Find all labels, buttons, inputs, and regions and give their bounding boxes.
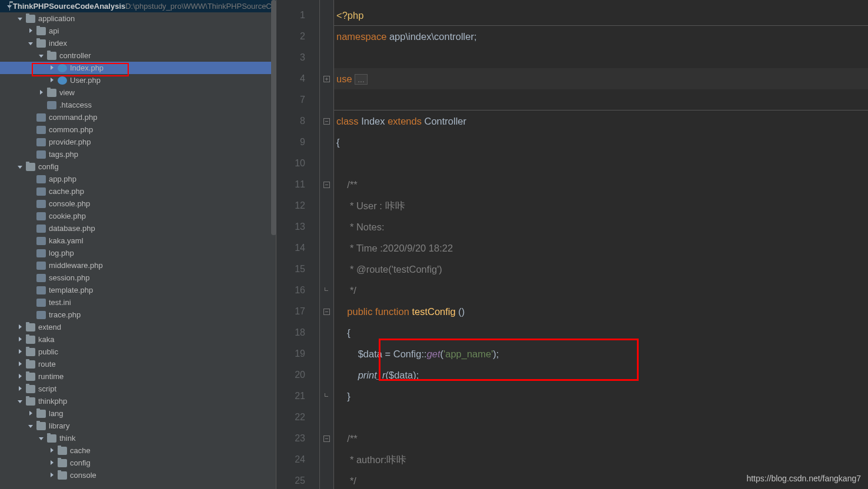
tree-item[interactable]: runtime — [0, 370, 276, 383]
tree-item[interactable]: database.php — [0, 222, 276, 235]
tree-label: console.php — [49, 199, 90, 208]
chevron-icon — [28, 41, 34, 46]
tree-item[interactable]: tags.php — [0, 148, 276, 160]
code-line: namespace app\index\controller; — [334, 26, 868, 47]
tree-item[interactable]: lang — [0, 407, 276, 420]
tree-item[interactable]: console — [0, 469, 276, 481]
folder-icon — [26, 15, 35, 23]
tree-item[interactable]: trace.php — [0, 309, 276, 321]
tree-item[interactable]: view — [0, 86, 276, 99]
line-number: 10 — [276, 153, 319, 174]
php-file-icon — [36, 175, 46, 183]
tree-item[interactable]: cookie.php — [0, 210, 276, 222]
tree-item[interactable]: ThinkPHPSourceCodeAnalysis D:\phpstudy_p… — [0, 0, 276, 12]
tree-item[interactable]: kaka.yaml — [0, 235, 276, 247]
tree-item[interactable]: .htaccess — [0, 99, 276, 111]
tree-item[interactable]: app.php — [0, 173, 276, 185]
folder-icon — [36, 422, 46, 430]
tree-item[interactable]: cache.php — [0, 185, 276, 197]
tree-label: User.php — [70, 76, 101, 85]
chevron-icon — [39, 90, 45, 96]
fold-icon[interactable] — [323, 182, 330, 188]
tree-item[interactable]: application — [0, 12, 276, 25]
fold-icon[interactable] — [323, 118, 330, 125]
tree-item[interactable]: config — [0, 160, 276, 173]
chevron-icon — [28, 423, 34, 429]
tree-item[interactable]: session.php — [0, 272, 276, 284]
line-number: 8 — [276, 110, 319, 132]
line-number: 20 — [276, 364, 319, 386]
line-number: 19 — [276, 343, 319, 364]
chevron-icon — [28, 411, 34, 417]
line-number: 16 — [276, 280, 319, 301]
fold-icon[interactable] — [323, 309, 330, 315]
tree-item[interactable]: script — [0, 383, 276, 395]
project-tree[interactable]: ThinkPHPSourceCodeAnalysis D:\phpstudy_p… — [0, 0, 276, 489]
php-file-icon — [36, 249, 46, 257]
fold-icon[interactable] — [323, 76, 330, 82]
tree-item[interactable]: template.php — [0, 284, 276, 296]
code-line: /** — [334, 428, 868, 449]
tree-label: cache — [70, 446, 91, 455]
tree-item[interactable]: think — [0, 432, 276, 444]
file-icon — [47, 101, 56, 109]
folder-icon — [26, 397, 35, 406]
tree-label: common.php — [49, 125, 93, 134]
folder-icon — [26, 373, 35, 381]
file-icon — [36, 299, 46, 307]
line-number: 7 — [276, 89, 319, 110]
code-editor[interactable]: 123478910111213141516171819202122232425 … — [276, 0, 868, 489]
code-line: public function testConfig () — [334, 301, 868, 322]
tree-item[interactable]: log.php — [0, 247, 276, 259]
folder-icon — [58, 459, 67, 467]
folder-icon — [36, 410, 46, 418]
tree-label: trace.php — [49, 310, 81, 319]
folder-icon — [36, 39, 46, 48]
code-line: { — [334, 322, 868, 343]
chevron-icon — [18, 398, 24, 404]
tree-label: config — [38, 162, 59, 171]
tree-label: app.php — [49, 175, 76, 183]
folder-icon — [47, 89, 56, 97]
tree-item[interactable]: command.php — [0, 111, 276, 123]
tree-item[interactable]: extend — [0, 321, 276, 333]
tree-item[interactable]: cache — [0, 444, 276, 457]
code-line: * author:咔咔 — [334, 449, 868, 470]
tree-label: kaka.yaml — [49, 236, 84, 245]
tree-item[interactable]: library — [0, 420, 276, 432]
sidebar-scrollbar[interactable] — [271, 0, 276, 235]
tree-item[interactable]: middleware.php — [0, 259, 276, 272]
fold-close-icon[interactable] — [323, 287, 330, 294]
tree-label: provider.php — [49, 138, 91, 146]
tree-item[interactable]: provider.php — [0, 136, 276, 148]
code-line: <?php — [334, 5, 868, 26]
tree-item[interactable]: config — [0, 457, 276, 469]
tree-label: tags.php — [49, 150, 78, 159]
tree-item[interactable]: controller — [0, 49, 276, 62]
tree-item[interactable]: Index.php — [0, 62, 276, 74]
chevron-icon — [39, 53, 45, 59]
chevron-icon — [18, 16, 24, 22]
tree-item[interactable]: test.ini — [0, 296, 276, 309]
tree-label: database.php — [49, 224, 95, 233]
code-area[interactable]: <?php namespace app\index\controller; us… — [334, 0, 868, 489]
tree-item[interactable]: console.php — [0, 197, 276, 210]
folder-icon — [26, 385, 35, 393]
tree-item[interactable]: index — [0, 37, 276, 49]
fold-close-icon[interactable] — [323, 393, 330, 400]
fold-column[interactable] — [320, 0, 334, 489]
chevron-icon — [49, 78, 55, 83]
tree-item[interactable]: public — [0, 346, 276, 358]
tree-item[interactable]: thinkphp — [0, 395, 276, 407]
php-file-icon — [36, 138, 46, 146]
fold-icon[interactable] — [323, 436, 330, 442]
tree-item[interactable]: api — [0, 25, 276, 37]
tree-item[interactable]: common.php — [0, 123, 276, 136]
code-line: */ — [334, 280, 868, 301]
php-class-icon — [58, 76, 67, 85]
tree-item[interactable]: User.php — [0, 74, 276, 86]
tree-item[interactable]: route — [0, 358, 276, 370]
chevron-icon — [18, 164, 24, 170]
file-icon — [36, 237, 46, 245]
tree-item[interactable]: kaka — [0, 333, 276, 346]
